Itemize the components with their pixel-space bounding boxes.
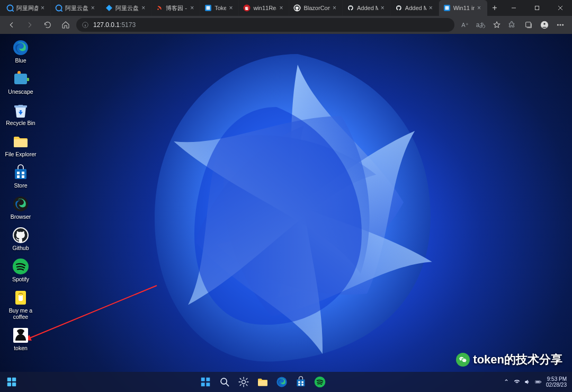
desktop-icon-explorer[interactable]: File Explorer [3,131,38,159]
wechat-icon [456,353,470,367]
svg-rect-1 [535,6,539,10]
svg-rect-16 [7,378,11,381]
refresh-button[interactable] [40,17,55,32]
taskbar-store-button[interactable] [293,375,308,389]
tab-8[interactable]: Added Monaco × [391,0,439,16]
tab-favicon [243,4,251,12]
extensions-button[interactable] [505,17,520,32]
watermark-text: token的技术分享 [473,352,562,368]
svg-rect-7 [526,22,531,27]
tab-label: BlazorComponent [303,5,330,11]
tab-close-icon[interactable]: × [477,5,484,11]
desktop-icon-label: Blue [15,57,26,64]
tab-close-icon[interactable]: × [141,5,148,11]
more-button[interactable] [553,17,568,32]
tab-favicon [105,4,113,12]
desktop-icon-token[interactable]: token [3,325,38,353]
tab-close-icon[interactable]: × [333,5,339,11]
svg-rect-21 [536,381,540,382]
tab-close-icon[interactable]: × [91,5,97,11]
favorite-button[interactable] [489,17,504,32]
addr-host: 127.0.0.1 [93,21,120,29]
tab-close-icon[interactable]: × [41,5,47,11]
browser-titlebar: 阿里网盘 - 必应 × 阿里云盘api - 搜 × 阿里云盘api官方 × 博客… [0,0,572,16]
desktop-icon-store[interactable]: Store [3,162,38,190]
profile-button[interactable] [537,17,552,32]
taskbar-spotify-button[interactable] [312,375,327,389]
edge-icon [276,376,288,388]
svg-point-13 [560,24,561,25]
clock-date: 02/28/23 [546,382,567,388]
tab-favicon [395,4,403,12]
taskbar-explorer-button[interactable] [255,375,270,389]
tab-3[interactable]: 博客园 - 开发者 × [151,0,200,16]
edge-icon [12,39,30,57]
forward-button[interactable] [22,17,37,32]
wallpaper-bloom [128,43,467,382]
desktop-icon-browser[interactable]: Browser [3,193,38,221]
tab-favicon [293,4,301,12]
desktop-icon-blue[interactable]: Blue [3,37,38,65]
tab-7[interactable]: Added Monaco × [343,0,391,16]
taskbar-search-button[interactable] [217,375,232,389]
tab-5[interactable]: win11React: win × [239,0,289,16]
desktop-icon-spotify[interactable]: Spotify [3,256,38,284]
tab-9[interactable]: Win11 in React × [439,0,487,16]
store-icon [295,376,307,388]
desktop-icon-label: Github [13,245,29,251]
desktop-icon-label: Spotify [12,276,29,282]
tab-1[interactable]: 阿里云盘api - 搜 × [51,0,101,16]
back-button[interactable] [4,17,19,32]
new-tab-button[interactable]: + [487,0,502,16]
tab-close-icon[interactable]: × [429,5,435,11]
battery-icon [534,378,542,386]
tab-label: Token OS [215,5,226,11]
svg-line-15 [29,286,157,338]
coffee-icon [12,289,30,307]
tray-icons[interactable] [513,378,542,386]
svg-point-12 [557,24,558,25]
search-icon [219,376,230,388]
desktop-icon-coffee[interactable]: Buy me a coffee [3,287,38,322]
edge-dark-icon [12,195,30,213]
read-aloud-button[interactable]: A⁺ [458,17,472,32]
desktop-icon-label: Buy me a coffee [3,307,38,320]
folder-icon [12,132,30,150]
tab-favicon [6,4,14,12]
spotify-icon [12,257,30,275]
desktop-icon-github[interactable]: Github [3,225,38,253]
taskbar-settings-button[interactable] [236,375,251,389]
desktop-icon-recycle[interactable]: Recycle Bin [3,100,38,128]
tab-favicon [156,4,163,12]
tray-chevron[interactable]: ⌃ [504,378,509,386]
taskbar-edge-button[interactable] [274,375,289,389]
tab-label: 阿里云盘api - 搜 [65,4,88,12]
puzzle-icon [12,70,30,88]
tab-4[interactable]: Token OS × [200,0,239,16]
tab-close-icon[interactable]: × [279,5,285,11]
desktop-icon-label: Browser [11,213,31,220]
tab-label: 阿里网盘 - 必应 [16,4,38,12]
widgets-button[interactable] [4,375,19,389]
tab-close-icon[interactable]: × [381,5,387,11]
tab-close-icon[interactable]: × [190,5,196,11]
tab-6[interactable]: BlazorComponent × [289,0,343,16]
collections-button[interactable] [521,17,536,32]
address-bar[interactable]: 127.0.0.1:5173 [76,18,454,32]
tab-0[interactable]: 阿里网盘 - 必应 × [2,0,51,16]
translate-button[interactable]: aあ [473,17,488,32]
taskbar-clock[interactable]: 9:53 PM 02/28/23 [546,376,567,388]
watermark: token的技术分享 [456,352,562,368]
tab-close-icon[interactable]: × [229,5,235,11]
home-button[interactable] [58,17,73,32]
maximize-button[interactable] [525,0,549,16]
tab-label: Added Monaco [357,5,378,11]
browser-toolbar: 127.0.0.1:5173 A⁺ aあ [0,16,572,34]
svg-rect-19 [12,382,16,386]
taskbar-start-button[interactable] [198,375,213,389]
close-button[interactable] [549,0,572,16]
win11-desktop[interactable]: Blue Unescape Recycle Bin File Explorer … [0,34,572,392]
desktop-icon-unescape[interactable]: Unescape [3,68,38,96]
tab-2[interactable]: 阿里云盘api官方 × [101,0,151,16]
minimize-button[interactable] [502,0,525,16]
